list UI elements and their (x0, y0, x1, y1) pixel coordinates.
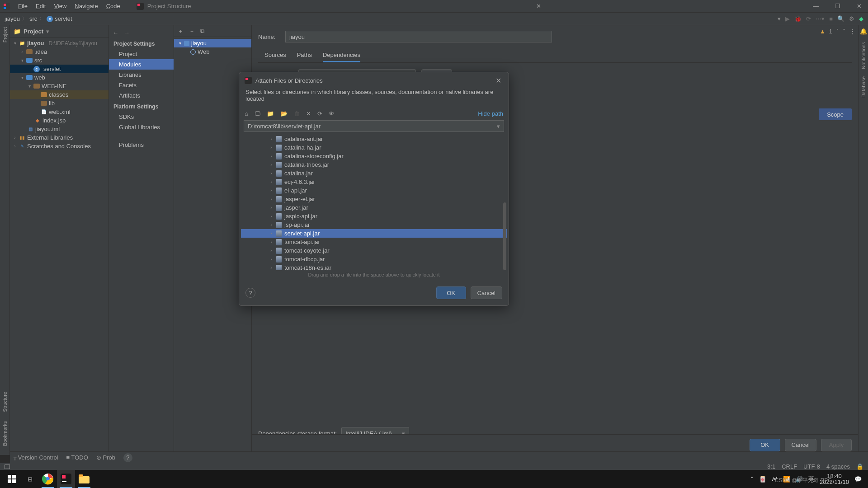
file-row[interactable]: ›ecj-4.6.3.jar (241, 178, 507, 186)
new-folder-icon[interactable]: 📂 (280, 110, 288, 117)
tab-dependencies[interactable]: Dependencies (323, 49, 360, 62)
crumb-src[interactable]: src (29, 15, 37, 22)
file-row[interactable]: ›catalina.jar (241, 169, 507, 178)
ps-nav-artifacts[interactable]: Artifacts (109, 90, 174, 101)
file-row[interactable]: ›el-api.jar (241, 186, 507, 195)
tree-iml[interactable]: ▦jiayou.iml (10, 125, 108, 133)
file-tree[interactable]: ›catalina-ant.jar›catalina-ha.jar›catali… (241, 135, 507, 270)
attach-close-icon[interactable]: ✕ (494, 76, 503, 85)
rail-project[interactable]: Project (2, 27, 8, 42)
file-row[interactable]: ›catalina-tribes.jar (241, 160, 507, 169)
tree-src[interactable]: ▾src (10, 56, 108, 65)
dialog-close-icon[interactable]: ✕ (533, 2, 545, 10)
more-run-icon[interactable]: ⋯▾ (816, 15, 825, 22)
crumb-servlet[interactable]: servlet (55, 15, 72, 22)
menu-file[interactable]: File (14, 1, 31, 11)
menu-edit[interactable]: Edit (32, 1, 49, 11)
menu-view[interactable]: View (50, 1, 70, 11)
file-row[interactable]: ›tomcat-dbcp.jar (241, 255, 507, 263)
view-mode-dropdown-icon[interactable]: ▾ (46, 28, 49, 35)
clear-icon[interactable]: ✕ (306, 110, 311, 117)
path-input[interactable]: D:\tomcat8\lib\servlet-api.jar ▾ (244, 120, 504, 132)
prev-highlight-icon[interactable]: ˄ (836, 28, 839, 35)
home-icon[interactable]: ⌂ (245, 110, 248, 117)
tab-paths[interactable]: Paths (297, 49, 312, 62)
ps-nav-modules[interactable]: Modules (109, 59, 174, 70)
attach-cancel-button[interactable]: Cancel (471, 286, 502, 299)
file-row[interactable]: ›catalina-ha.jar (241, 143, 507, 152)
rail-structure[interactable]: Structure (2, 392, 8, 412)
file-row[interactable]: ›jasper-el.jar (241, 195, 507, 203)
show-hidden-icon[interactable]: 👁 (329, 110, 335, 117)
menu-navigate[interactable]: Navigate (71, 1, 101, 11)
crumb-project[interactable]: jiayou (5, 15, 20, 22)
bug-icon[interactable]: 🐞 (794, 15, 802, 22)
tree-root[interactable]: ▾📁jiayouD:\IDEA\day1\jiayou (10, 39, 108, 47)
rail-bookmarks[interactable]: Bookmarks (2, 421, 8, 446)
minimize-icon[interactable]: — (809, 2, 822, 10)
file-row[interactable]: ›servlet-api.jar (241, 229, 507, 238)
file-row[interactable]: ›tomcat-coyote.jar (241, 246, 507, 255)
file-row[interactable]: ›tomcat-i18n-es.jar (241, 263, 507, 270)
ps-nav-project[interactable]: Project (109, 49, 174, 59)
readonly-icon[interactable]: 🔒 (856, 463, 863, 470)
ps-cancel-button[interactable]: Cancel (785, 439, 816, 451)
indent-info[interactable]: 4 spaces (826, 463, 850, 470)
vcs-tool[interactable]: ᚁ Version Control (14, 454, 58, 461)
forward-icon[interactable]: → (124, 29, 130, 36)
rail-database[interactable]: Database (861, 76, 866, 98)
desktop-icon[interactable]: 🖵 (255, 110, 260, 117)
tree-webxml[interactable]: 📄web.xml (10, 108, 108, 116)
help-icon[interactable]: ? (245, 288, 255, 298)
menu-code[interactable]: Code (103, 1, 124, 11)
module-tree[interactable]: ▾jiayou Web (174, 37, 251, 58)
tree-indexjsp[interactable]: ◆index.jsp (10, 116, 108, 125)
file-row[interactable]: ›catalina-ant.jar (241, 135, 507, 143)
rail-notifications[interactable]: Notifications (861, 42, 866, 69)
inspection-widget[interactable]: ▲ 1 ˄ ˅ ⋮ (820, 28, 855, 35)
ps-nav-sdks[interactable]: SDKs (109, 112, 174, 122)
tool-window-toggle-icon[interactable] (5, 465, 10, 469)
project-dir-icon[interactable]: 📁 (267, 110, 274, 117)
ps-ok-button[interactable]: OK (750, 439, 780, 451)
coverage-icon[interactable]: ⟳ (806, 15, 811, 22)
close-icon[interactable]: ✕ (853, 2, 865, 10)
line-separator[interactable]: CRLF (782, 463, 797, 470)
tree-web[interactable]: ▾web (10, 73, 108, 82)
next-highlight-icon[interactable]: ˅ (843, 28, 846, 35)
refresh-icon[interactable]: ⟳ (317, 110, 322, 117)
todo-tool[interactable]: ≡ TODO (66, 454, 88, 461)
project-tree[interactable]: ▾📁jiayouD:\IDEA\day1\jiayou ›.idea ▾src … (10, 38, 108, 455)
ps-nav-global-libraries[interactable]: Global Libraries (109, 122, 174, 132)
attach-ok-button[interactable]: OK (436, 286, 466, 299)
caret-position[interactable]: 3:1 (767, 463, 775, 470)
module-web[interactable]: Web (174, 47, 251, 56)
tree-webinf[interactable]: ▾WEB-INF (10, 82, 108, 90)
tab-sources[interactable]: Sources (264, 49, 286, 62)
tree-servlet[interactable]: cservlet (10, 65, 108, 73)
tree-classes[interactable]: classes (10, 90, 108, 99)
plugin-icon[interactable]: ◆ (859, 15, 863, 22)
help-round-icon[interactable]: ? (123, 453, 132, 462)
dropdown-icon[interactable]: ▾ (778, 15, 781, 22)
file-row[interactable]: ›catalina-storeconfig.jar (241, 152, 507, 160)
bell-icon[interactable]: 🔔 (860, 28, 867, 35)
scrollbar[interactable] (503, 202, 506, 270)
problems-tool[interactable]: ⊘ Prob (96, 454, 115, 461)
file-row[interactable]: ›tomcat-api.jar (241, 238, 507, 246)
ps-nav-libraries[interactable]: Libraries (109, 70, 174, 80)
file-row[interactable]: ›jasper.jar (241, 203, 507, 212)
file-encoding[interactable]: UTF-8 (803, 463, 820, 470)
file-row[interactable]: ›jsp-api.jar (241, 221, 507, 229)
ps-nav-facets[interactable]: Facets (109, 80, 174, 90)
more-icon[interactable]: ⋮ (849, 28, 855, 35)
tree-extlib[interactable]: ›▮▮External Libraries (10, 133, 108, 142)
tree-lib[interactable]: lib (10, 99, 108, 108)
copy-icon[interactable]: ⧉ (200, 28, 204, 35)
add-icon[interactable]: ＋ (178, 27, 184, 35)
tree-idea[interactable]: ›.idea (10, 47, 108, 56)
module-jiayou[interactable]: ▾jiayou (174, 39, 251, 47)
file-row[interactable]: ›jaspic-api.jar (241, 212, 507, 221)
ps-nav-problems[interactable]: Problems (109, 140, 174, 150)
module-name-input[interactable] (285, 31, 552, 42)
